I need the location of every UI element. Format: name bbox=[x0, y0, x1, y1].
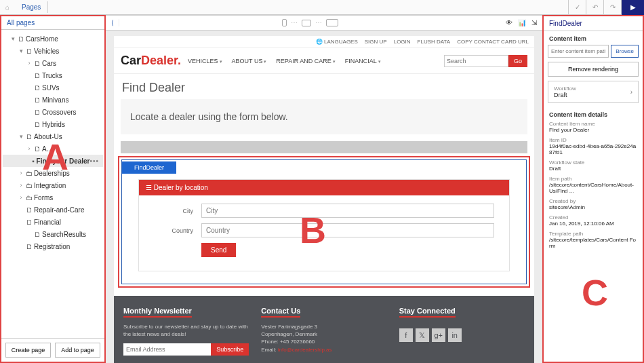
send-button[interactable]: Send bbox=[201, 243, 236, 257]
footer-contact-title: Contact Us bbox=[261, 307, 300, 318]
country-label: Country bbox=[154, 227, 201, 234]
tree-node-financial[interactable]: 🗋Financial bbox=[3, 216, 103, 228]
tree-node-find-dealer[interactable]: ▪Find your Dealer••• bbox=[3, 155, 103, 167]
rendering-selection[interactable]: FindDealer ☰ Dealer by location City bbox=[118, 156, 530, 288]
redo-icon[interactable]: ↷ bbox=[603, 0, 621, 15]
rendering-name-chip[interactable]: FindDealer bbox=[122, 161, 176, 174]
chevron-right-icon: › bbox=[630, 88, 632, 96]
top-signup[interactable]: SIGN UP bbox=[365, 39, 387, 45]
top-copy[interactable]: COPY CONTACT CARD URL bbox=[457, 39, 529, 45]
device-phone-icon[interactable] bbox=[282, 19, 287, 26]
nav-about[interactable]: ABOUT US bbox=[232, 58, 267, 64]
subscribe-button[interactable]: Subscribe bbox=[211, 343, 249, 356]
tree-node-forms[interactable]: ›🗀Forms bbox=[3, 191, 103, 204]
content-item-section: Content item bbox=[544, 31, 643, 45]
analytics-icon[interactable]: 📊 bbox=[518, 19, 526, 26]
tree-node-carshome[interactable]: ▾🗋CarsHome bbox=[3, 33, 103, 45]
nav-vehicles[interactable]: VEHICLES bbox=[188, 58, 222, 64]
tree-node-repair[interactable]: 🗋Repair-and-Care bbox=[3, 204, 103, 216]
properties-panel: FindDealer Content item Browse Remove re… bbox=[542, 15, 644, 363]
footer-newsletter-text: Subscribe to our newsletter and stay up … bbox=[123, 323, 249, 338]
top-ribbon: ⌂ Pages ✓ ↶ ↷ ▶ bbox=[0, 0, 644, 15]
tree-node-vehicles[interactable]: ▾🗋Vehicles bbox=[3, 45, 103, 57]
details-section: Content item details bbox=[544, 107, 643, 121]
play-button[interactable]: ▶ bbox=[621, 0, 644, 15]
top-login[interactable]: LOGIN bbox=[394, 39, 411, 45]
tree-node-crossovers[interactable]: 🗋Crossovers bbox=[3, 106, 103, 118]
googleplus-icon[interactable]: g+ bbox=[432, 328, 445, 342]
site-top-links: 🌐 LANGUAGES SIGN UP LOGIN FLUSH DATA COP… bbox=[114, 36, 534, 48]
tree-node-suvs[interactable]: 🗋SUVs bbox=[3, 81, 103, 94]
twitter-icon[interactable]: 𝕏 bbox=[416, 328, 429, 342]
site-logo: CarDealer. bbox=[121, 54, 181, 68]
nav-repair[interactable]: REPAIR AND CARE bbox=[276, 58, 335, 64]
country-input[interactable] bbox=[201, 223, 494, 237]
site-search-go[interactable]: Go bbox=[508, 55, 527, 67]
add-to-page-button[interactable]: Add to page bbox=[55, 343, 100, 358]
properties-title: FindDealer bbox=[544, 16, 643, 31]
tree-node-menu-icon[interactable]: ••• bbox=[89, 157, 102, 165]
create-page-button[interactable]: Create page bbox=[5, 343, 51, 358]
remove-rendering-button[interactable]: Remove rendering bbox=[548, 62, 639, 77]
city-label: City bbox=[154, 208, 201, 214]
home-icon[interactable]: ⌂ bbox=[0, 3, 15, 11]
dealer-form: ☰ Dealer by location City Country bbox=[138, 179, 510, 271]
page-preview: 🌐 LANGUAGES SIGN UP LOGIN FLUSH DATA COP… bbox=[114, 36, 534, 363]
newsletter-email-input[interactable] bbox=[123, 343, 211, 356]
export-icon[interactable]: ⇲ bbox=[531, 19, 537, 26]
tree-node-dealerships[interactable]: ›🗀Dealerships bbox=[3, 167, 103, 179]
undo-icon[interactable]: ↶ bbox=[586, 0, 603, 15]
tree-node-minivans[interactable]: 🗋Minivans bbox=[3, 94, 103, 106]
facebook-icon[interactable]: f bbox=[399, 328, 413, 342]
editor-toolbar: ⟨ ⋯ ⋯ 👁 📊 ⇲ bbox=[106, 16, 542, 31]
page-tree: ▾🗋CarsHome ▾🗋Vehicles ›🗋Cars 🗋Trucks 🗋SU… bbox=[1, 30, 104, 338]
page-title: Find Dealer bbox=[114, 74, 534, 99]
linkedin-icon[interactable]: in bbox=[448, 328, 462, 342]
collapse-tree-icon[interactable]: ⟨ bbox=[106, 19, 119, 26]
tree-node-cars[interactable]: ›🗋Cars bbox=[3, 57, 103, 69]
footer-email-link[interactable]: info@cardealership.as bbox=[278, 347, 332, 353]
tree-node-hybrids[interactable]: 🗋Hybrids bbox=[3, 118, 103, 130]
tree-node-integration[interactable]: ›🗀Integration bbox=[3, 179, 103, 191]
form-heading: ☰ Dealer by location bbox=[139, 180, 509, 195]
content-item-path-input[interactable] bbox=[548, 45, 609, 58]
tree-header: All pages bbox=[1, 16, 104, 30]
tree-node-about[interactable]: ▾🗋About-Us bbox=[3, 130, 103, 142]
preview-icon[interactable]: 👁 bbox=[506, 19, 512, 26]
ribbon-tab-pages[interactable]: Pages bbox=[15, 1, 48, 13]
workflow-card[interactable]: Workflow Draft › bbox=[548, 81, 639, 103]
site-search-input[interactable] bbox=[444, 55, 508, 67]
top-flush[interactable]: FLUSH DATA bbox=[418, 39, 451, 45]
tree-node-about-child[interactable]: ›🗋A… bbox=[3, 142, 103, 155]
tree-node-registration[interactable]: 🗋Registration bbox=[3, 240, 103, 252]
nav-financial[interactable]: FINANCIAL bbox=[345, 58, 381, 64]
tree-node-trucks[interactable]: 🗋Trucks bbox=[3, 69, 103, 81]
page-subtitle: Locate a dealer using the form below. bbox=[121, 99, 527, 134]
site-footer: Monthly Newsletter Subscribe to our news… bbox=[114, 296, 534, 363]
city-input[interactable] bbox=[201, 204, 494, 218]
browse-button[interactable]: Browse bbox=[611, 45, 639, 58]
page-tree-panel: All pages ▾🗋CarsHome ▾🗋Vehicles ›🗋Cars 🗋… bbox=[0, 15, 106, 363]
editor-area: ⟨ ⋯ ⋯ 👁 📊 ⇲ 🌐 LANGUAGES bbox=[106, 15, 542, 363]
top-languages[interactable]: 🌐 LANGUAGES bbox=[316, 39, 358, 45]
footer-social-title: Stay Connected bbox=[399, 307, 456, 318]
device-switcher[interactable]: ⋯ ⋯ bbox=[119, 19, 500, 26]
device-desktop-icon[interactable] bbox=[326, 19, 338, 26]
tree-node-searchresults[interactable]: 🗋SearchResults bbox=[3, 228, 103, 240]
footer-newsletter-title: Monthly Newsletter bbox=[123, 307, 192, 318]
device-tablet-icon[interactable] bbox=[302, 20, 311, 26]
approve-icon[interactable]: ✓ bbox=[568, 0, 586, 15]
